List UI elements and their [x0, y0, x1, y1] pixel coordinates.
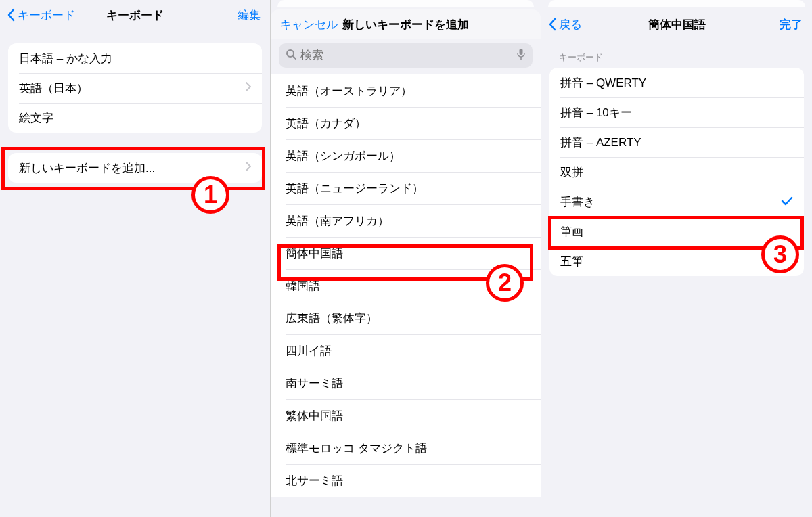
lang-row[interactable]: 四川イ語 — [271, 334, 541, 367]
pane-chinese-options: 戻る 簡体中国語 完了 キーボード 拼音 – QWERTY 拼音 – 10キー … — [541, 0, 812, 517]
input-row-handwriting[interactable]: 手書き — [549, 187, 804, 217]
checkmark-icon — [781, 195, 793, 209]
modal-nav: キャンセル 新しいキーボードを追加 — [271, 9, 541, 39]
modal-title: 新しいキーボードを追加 — [342, 17, 469, 32]
input-method-list: 拼音 – QWERTY 拼音 – 10キー 拼音 – AZERTY 双拼 手書き… — [549, 68, 804, 276]
lang-row[interactable]: 南サーミ語 — [271, 367, 541, 399]
mic-icon[interactable] — [516, 48, 526, 63]
chevron-right-icon — [246, 161, 251, 175]
done-button[interactable]: 完了 — [780, 17, 803, 32]
nav-bar: 戻る 簡体中国語 完了 — [541, 9, 812, 39]
add-keyboard-group: 新しいキーボードを追加... — [8, 153, 262, 183]
pane-keyboards: キーボード キーボード 編集 日本語 – かな入力 英語（日本） 絵文字 新しい… — [0, 0, 271, 517]
row-label: 手書き — [560, 194, 595, 210]
lang-row[interactable]: 広東語（繁体字） — [271, 302, 541, 334]
row-label: 広東語（繁体字） — [286, 311, 378, 326]
search-field[interactable] — [279, 43, 533, 68]
row-label: 英語（オーストラリア） — [286, 83, 412, 99]
back-button[interactable]: キーボード — [7, 7, 75, 23]
lang-row[interactable]: 英語（カナダ） — [271, 107, 541, 139]
row-label: 拼音 – QWERTY — [560, 75, 646, 91]
row-label: 簡体中国語 — [286, 246, 343, 261]
add-keyboard-row[interactable]: 新しいキーボードを追加... — [8, 153, 262, 183]
row-label: 英語（日本） — [19, 81, 88, 96]
card-background-hint — [277, 0, 534, 7]
row-label: 拼音 – AZERTY — [560, 135, 641, 150]
nav-title: 簡体中国語 — [648, 17, 706, 32]
keyboard-row-en-jp[interactable]: 英語（日本） — [8, 73, 262, 103]
chevron-left-icon — [548, 18, 556, 31]
row-label: 五筆 — [560, 254, 583, 269]
lang-row[interactable]: 韓国語 — [271, 269, 541, 302]
row-label: 繁体中国語 — [286, 408, 343, 424]
input-row-stroke[interactable]: 筆画 — [549, 217, 804, 246]
input-row-pinyin-qwerty[interactable]: 拼音 – QWERTY — [549, 68, 804, 97]
nav-bar: キーボード キーボード 編集 — [0, 0, 270, 30]
nav-title: キーボード — [106, 7, 164, 23]
lang-row[interactable]: 英語（南アフリカ） — [271, 204, 541, 237]
row-label: 韓国語 — [286, 278, 320, 294]
input-row-wubi[interactable]: 五筆 — [549, 246, 804, 276]
card-background-hint — [548, 0, 805, 7]
keyboard-row-jp-kana[interactable]: 日本語 – かな入力 — [8, 43, 262, 73]
row-label: 四川イ語 — [286, 343, 332, 359]
input-row-shuangpin[interactable]: 双拼 — [549, 157, 804, 187]
lang-row[interactable]: 英語（シンガポール） — [271, 139, 541, 172]
back-label: キーボード — [18, 7, 75, 23]
lang-row[interactable]: 英語（ニュージーランド） — [271, 172, 541, 204]
keyboard-row-emoji[interactable]: 絵文字 — [8, 103, 262, 133]
row-label: 英語（ニュージーランド） — [286, 181, 424, 196]
svg-rect-2 — [520, 49, 523, 55]
annotation-number-label: 1 — [204, 181, 217, 209]
row-label: 新しいキーボードを追加... — [19, 160, 155, 176]
row-label: 標準モロッコ タマジクト語 — [286, 441, 427, 456]
chevron-right-icon — [246, 81, 251, 95]
row-label: 拼音 – 10キー — [560, 105, 632, 120]
row-label: 北サーミ語 — [286, 473, 343, 489]
row-label: 英語（カナダ） — [286, 116, 366, 131]
cancel-button[interactable]: キャンセル — [280, 17, 338, 32]
edit-button[interactable]: 編集 — [238, 7, 261, 23]
lang-row[interactable]: 北サーミ語 — [271, 464, 541, 497]
row-label: 双拼 — [560, 164, 583, 180]
section-header: キーボード — [559, 51, 794, 64]
row-label: 英語（南アフリカ） — [286, 213, 389, 229]
pane-add-keyboard: キャンセル 新しいキーボードを追加 英語（オーストラリア） 英語（カナダ） 英語… — [271, 0, 541, 517]
row-label: 絵文字 — [19, 110, 53, 126]
row-label: 南サーミ語 — [286, 376, 343, 391]
svg-line-1 — [293, 56, 296, 59]
lang-row[interactable]: 標準モロッコ タマジクト語 — [271, 432, 541, 464]
input-row-pinyin-azerty[interactable]: 拼音 – AZERTY — [549, 127, 804, 157]
chevron-left-icon — [7, 8, 15, 22]
back-button[interactable]: 戻る — [548, 17, 582, 32]
row-label: 筆画 — [560, 224, 583, 240]
search-icon — [286, 49, 296, 62]
keyboard-list: 日本語 – かな入力 英語（日本） 絵文字 — [8, 43, 262, 133]
input-row-pinyin-10key[interactable]: 拼音 – 10キー — [549, 97, 804, 127]
row-label: 英語（シンガポール） — [286, 148, 401, 164]
back-label: 戻る — [559, 17, 582, 32]
lang-row[interactable]: 英語（オーストラリア） — [271, 74, 541, 107]
search-input[interactable] — [300, 49, 516, 62]
lang-row[interactable]: 繁体中国語 — [271, 399, 541, 432]
lang-row-simplified-chinese[interactable]: 簡体中国語 — [271, 237, 541, 269]
language-list: 英語（オーストラリア） 英語（カナダ） 英語（シンガポール） 英語（ニュージーラ… — [271, 74, 541, 497]
row-label: 日本語 – かな入力 — [19, 51, 112, 66]
